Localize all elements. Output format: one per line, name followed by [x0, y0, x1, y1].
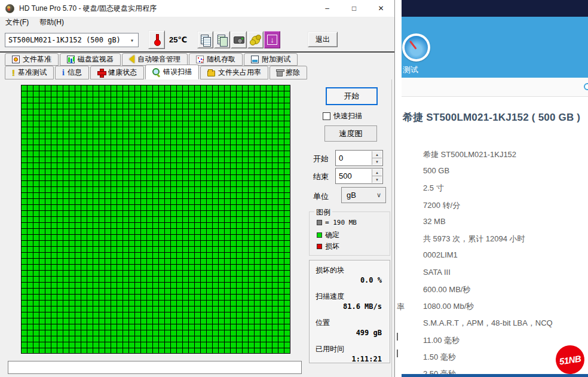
tab-label: 错误扫描: [163, 67, 192, 77]
tab-label: 文件基准: [23, 54, 51, 65]
folder-icon: [207, 71, 215, 76]
end-field-input[interactable]: 500 ▲ ▼: [335, 168, 383, 184]
tab-random-access[interactable]: 随机存取: [189, 53, 243, 66]
tab-health[interactable]: 健康状态: [90, 66, 144, 79]
unit-select[interactable]: gB ∨: [341, 187, 386, 203]
drive-heading: 希捷 ST500LM021-1KJ152 ( 500 GB ): [403, 111, 580, 124]
random-access-icon: [196, 56, 204, 63]
screenshot-button[interactable]: [231, 31, 247, 48]
spec-model: 希捷 ST500LM021-1KJ152: [423, 149, 516, 160]
spec-interface-speed: 600.00 MB/秒: [423, 284, 471, 295]
tab-label: 自动噪音管理: [137, 54, 180, 65]
window-title: HD Tune Pro 5.70 - 硬盘/固态硬盘实用程序: [19, 4, 157, 14]
thermometer-icon: [155, 34, 159, 46]
copy-info-button[interactable]: [197, 31, 213, 48]
spin-down-icon[interactable]: ▼: [372, 158, 382, 165]
tab-label: 信息: [68, 68, 82, 78]
bad-blocks-label: 损坏的块: [316, 265, 344, 275]
scan-speed-label: 扫描速度: [316, 292, 344, 302]
spin-up-icon[interactable]: ▲: [372, 151, 382, 158]
trash-icon: [277, 70, 283, 76]
tab-label: 随机存取: [207, 54, 235, 65]
unit-field-label: 单位: [313, 191, 329, 202]
speedometer-icon: [402, 33, 430, 62]
bad-blocks-value: 0.0 %: [360, 276, 382, 284]
health-cross-icon: [97, 69, 105, 76]
right-window-subheader: [402, 78, 588, 97]
spin-down-icon[interactable]: ▼: [372, 176, 382, 183]
quick-scan-row: 快速扫描: [323, 111, 362, 121]
chevron-down-icon: ∨: [376, 191, 381, 199]
start-scan-button[interactable]: 开始: [326, 87, 378, 105]
drive-select-value: ST500LM021-1KJ152 (500 gB): [8, 36, 121, 44]
tab-disk-monitor[interactable]: 磁盘监视器: [60, 53, 121, 66]
menu-bar: 文件(F) 帮助(H): [0, 17, 394, 27]
temperature-value: 25℃: [169, 35, 187, 44]
tab-info[interactable]: i 信息: [55, 66, 89, 79]
app-icon: [5, 4, 14, 13]
legend-title: 图例: [314, 207, 332, 217]
scan-speed-value: 81.6 MB/s: [343, 302, 382, 311]
position-value: 499 gB: [356, 329, 382, 337]
title-bar: HD Tune Pro 5.70 - 硬盘/固态硬盘实用程序 – □ ✕: [0, 0, 394, 17]
quick-scan-checkbox[interactable]: [323, 112, 330, 120]
tab-row-2: ! 基准测试 i 信息 健康状态 错误扫描 文件夹占用率 擦除: [5, 66, 308, 79]
benchmark-icon: !: [12, 69, 15, 76]
spin-up-icon[interactable]: ▲: [372, 169, 382, 176]
minimize-button[interactable]: –: [314, 0, 341, 17]
legend-ok: 确定: [317, 230, 339, 240]
spec-latency-1: 1.50 毫秒: [423, 352, 456, 363]
tab-row-1: 文件基准 磁盘监视器 自动噪音管理 随机存取 附加测试: [5, 53, 299, 66]
info-icon: i: [62, 69, 65, 76]
elapsed-time-label: 已用时间: [316, 344, 344, 354]
speed-map-button[interactable]: 速度图: [324, 125, 377, 142]
tab-erase[interactable]: 擦除: [270, 66, 307, 79]
start-field-input[interactable]: 0 ▲ ▼: [335, 150, 383, 166]
spec-transfer-rate: 1080.00 Mb/秒: [423, 301, 474, 312]
window-controls: – □ ✕: [314, 0, 394, 17]
right-window-banner: 测试: [402, 17, 588, 78]
temperature-button[interactable]: [148, 30, 165, 49]
tab-error-scan[interactable]: 错误扫描: [145, 65, 199, 79]
spec-interface: SATA III: [423, 268, 451, 277]
tab-benchmark[interactable]: ! 基准测试: [5, 66, 54, 79]
spec-rpm: 7200 转/分: [423, 200, 460, 211]
scan-stats-panel: 损坏的块 0.0 % 扫描速度 81.6 MB/s 位置 499 gB 已用时间…: [309, 260, 390, 363]
block-swatch: [317, 220, 322, 225]
51nb-logo: 51NB: [554, 344, 586, 376]
end-field-spinner: ▲ ▼: [372, 169, 382, 183]
save-button[interactable]: ↓: [264, 31, 280, 48]
tab-label: 健康状态: [108, 68, 137, 78]
copy-text-icon: [201, 35, 210, 45]
tab-label: 擦除: [286, 68, 300, 78]
copy-image-button[interactable]: [214, 31, 230, 48]
legend-block-label: = 190 MB: [325, 219, 357, 226]
status-progress-box: [8, 361, 302, 374]
maximize-button[interactable]: □: [341, 0, 368, 17]
end-field-value: 500: [339, 171, 352, 180]
chevron-down-icon: ▾: [130, 37, 134, 44]
ok-swatch: [317, 232, 322, 238]
legend-block-size: = 190 MB: [317, 219, 357, 226]
drive-select[interactable]: ST500LM021-1KJ152 (500 gB) ▾: [5, 33, 139, 47]
menu-file[interactable]: 文件(F): [0, 17, 34, 27]
exit-button[interactable]: 退出: [308, 32, 338, 47]
tab-folder-usage[interactable]: 文件夹占用率: [200, 66, 268, 79]
close-button[interactable]: ✕: [368, 0, 394, 17]
tab-auto-acoustic[interactable]: 自动噪音管理: [122, 53, 188, 66]
spec-seek-time: 11.00 毫秒: [423, 335, 460, 346]
partial-blue-icon: [584, 83, 588, 90]
options-button[interactable]: [247, 31, 264, 48]
tab-file-benchmark[interactable]: 文件基准: [5, 53, 59, 66]
spec-power-cycles: 共 5973 次，累计 12094 小时: [423, 234, 525, 244]
spec-features: S.M.A.R.T，APM，48-bit LBA，NCQ: [423, 318, 553, 329]
spec-capacity: 500 GB: [423, 166, 449, 175]
drive-info-window: 测试 希捷 ST500LM021-1KJ152 ( 500 GB ) 希捷 ST…: [396, 0, 588, 377]
partial-label-fragment: [397, 350, 398, 357]
menu-help[interactable]: 帮助(H): [34, 17, 69, 27]
options-icon: [252, 36, 260, 44]
toolbar: ST500LM021-1KJ152 (500 gB) ▾ 25℃ ↓ 退出: [0, 27, 394, 53]
disk-monitor-icon: [67, 56, 75, 63]
right-window-bottom-border: [402, 374, 588, 377]
tab-extra-tests[interactable]: 附加测试: [244, 53, 298, 66]
